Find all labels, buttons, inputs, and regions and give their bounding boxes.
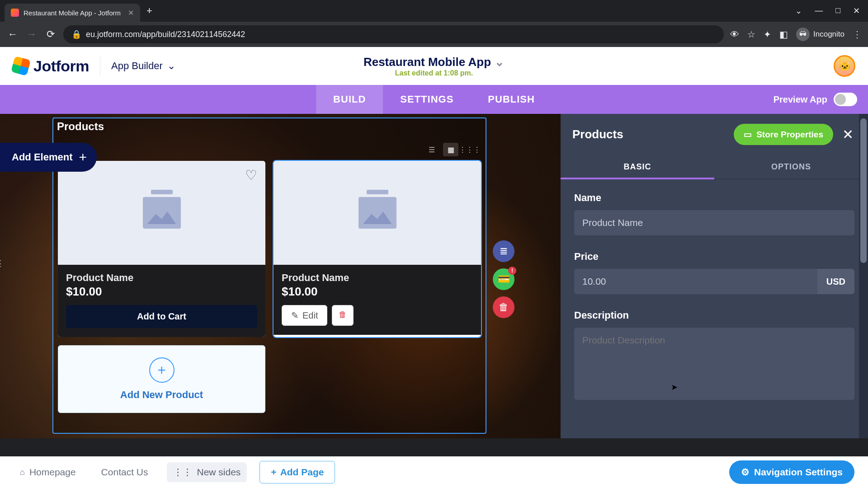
delete-element-button[interactable]: 🗑 bbox=[493, 296, 514, 318]
properties-header: Products ▭ Store Properties ✕ bbox=[561, 114, 868, 155]
maximize-icon[interactable]: □ bbox=[835, 6, 840, 16]
preview-toggle-wrap: Preview App bbox=[774, 93, 868, 106]
url-field[interactable]: 🔒 eu.jotform.com/app/build/2314021145624… bbox=[63, 25, 724, 43]
title-center: Restaurant Mobile App ⌄ Last edited at 1… bbox=[363, 55, 505, 77]
divider bbox=[100, 56, 100, 76]
last-edited: Last edited at 1:08 pm. bbox=[363, 69, 505, 77]
trash-icon: 🗑 bbox=[499, 301, 509, 313]
alert-badge: ! bbox=[508, 267, 516, 275]
layout-switch: ☰ ▦ ⋮⋮⋮ bbox=[424, 143, 477, 156]
product-image-placeholder bbox=[274, 161, 481, 265]
close-tab-icon[interactable]: ✕ bbox=[128, 9, 134, 17]
avatar[interactable]: 🐱 bbox=[834, 55, 855, 77]
tab-build[interactable]: BUILD bbox=[316, 85, 383, 114]
heart-icon[interactable]: ♡ bbox=[245, 167, 257, 183]
tab-options[interactable]: OPTIONS bbox=[714, 155, 868, 179]
products-canvas[interactable]: Products ☰ ▦ ⋮⋮⋮ ♡ Product Name $10.00 A… bbox=[52, 117, 486, 434]
scrollbar-thumb[interactable] bbox=[860, 118, 867, 263]
favicon-icon bbox=[11, 9, 19, 17]
product-card[interactable]: Product Name $10.00 ✎ Edit 🗑 bbox=[274, 161, 481, 337]
name-label: Name bbox=[574, 192, 854, 204]
trash-icon: 🗑 bbox=[339, 310, 347, 319]
jotform-logo[interactable]: Jotform bbox=[13, 57, 89, 75]
delete-button[interactable]: 🗑 bbox=[332, 305, 354, 326]
page-new-sides[interactable]: ⋮⋮ New sides bbox=[167, 462, 247, 482]
new-tab-button[interactable]: + bbox=[146, 5, 152, 17]
list-settings-button[interactable]: ≣ bbox=[493, 240, 514, 262]
layout-grid2-icon[interactable]: ▦ bbox=[443, 143, 458, 156]
home-icon: ⌂ bbox=[20, 468, 25, 477]
properties-panel: Products ▭ Store Properties ✕ BASIC OPTI… bbox=[561, 114, 868, 438]
page-homepage[interactable]: ⌂ Homepage bbox=[14, 462, 82, 482]
app-header: Jotform App Builder ⌄ Restaurant Mobile … bbox=[0, 47, 868, 85]
payment-settings-button[interactable]: 💳 ! bbox=[493, 268, 514, 290]
panel-scrollbar[interactable] bbox=[859, 114, 868, 438]
plus-circle-icon: + bbox=[149, 357, 175, 383]
field-name: Name bbox=[574, 192, 854, 235]
add-to-cart-button[interactable]: Add to Cart bbox=[66, 305, 257, 328]
app-builder-dropdown[interactable]: App Builder ⌄ bbox=[111, 60, 175, 72]
drag-dots-icon: ⋮⋮ bbox=[173, 467, 192, 478]
browser-tab[interactable]: Restaurant Mobile App - Jotform ✕ bbox=[5, 4, 140, 22]
logo-icon bbox=[11, 56, 31, 76]
star-icon[interactable]: ☆ bbox=[747, 29, 755, 40]
url-text: eu.jotform.com/app/build/231402114562442 bbox=[86, 30, 245, 39]
properties-tabs: BASIC OPTIONS bbox=[561, 155, 868, 179]
forward-icon[interactable]: → bbox=[25, 28, 38, 40]
plus-icon: + bbox=[271, 467, 276, 478]
mode-bar: BUILD SETTINGS PUBLISH Preview App bbox=[0, 85, 868, 114]
logo-text: Jotform bbox=[33, 57, 89, 75]
add-new-product-card[interactable]: + Add New Product bbox=[58, 345, 265, 413]
edit-button[interactable]: ✎ Edit bbox=[282, 305, 327, 326]
description-label: Description bbox=[574, 310, 854, 321]
product-body: Product Name $10.00 Add to Cart bbox=[58, 265, 265, 337]
canvas-title: Products bbox=[55, 117, 104, 136]
image-placeholder-icon bbox=[359, 197, 396, 229]
incognito-badge: 🕶 Incognito bbox=[796, 28, 844, 41]
add-new-label: Add New Product bbox=[120, 389, 203, 401]
add-page-button[interactable]: + Add Page bbox=[259, 461, 335, 483]
name-input[interactable] bbox=[574, 210, 854, 235]
product-price: $10.00 bbox=[66, 285, 257, 299]
close-panel-icon[interactable]: ✕ bbox=[840, 127, 856, 142]
kebab-menu-icon[interactable]: ⋮ bbox=[853, 29, 862, 40]
tab-title: Restaurant Mobile App - Jotform bbox=[24, 9, 121, 17]
navigation-settings-button[interactable]: ⚙ Navigation Settings bbox=[729, 460, 854, 484]
extensions-icon[interactable]: ✦ bbox=[764, 29, 771, 40]
preview-toggle[interactable] bbox=[834, 93, 857, 106]
incognito-icon: 🕶 bbox=[796, 28, 810, 41]
layout-list-icon[interactable]: ☰ bbox=[424, 143, 439, 156]
plus-icon: + bbox=[79, 150, 87, 165]
layout-grid3-icon[interactable]: ⋮⋮⋮ bbox=[462, 143, 477, 156]
page-contact[interactable]: Contact Us bbox=[95, 462, 155, 482]
eye-off-icon[interactable]: 👁 bbox=[730, 29, 739, 40]
add-element-button[interactable]: Add Element + bbox=[0, 143, 97, 172]
panel-icon[interactable]: ◧ bbox=[779, 29, 788, 40]
description-input[interactable] bbox=[574, 328, 854, 400]
image-placeholder-icon bbox=[143, 197, 181, 229]
product-card[interactable]: ♡ Product Name $10.00 Add to Cart bbox=[58, 161, 265, 337]
card-icon: 💳 bbox=[498, 273, 510, 285]
gear-icon: ⚙ bbox=[741, 467, 750, 478]
app-title[interactable]: Restaurant Mobile App ⌄ bbox=[363, 55, 505, 69]
currency-label[interactable]: USD bbox=[817, 269, 854, 294]
chevron-down-icon[interactable]: ⌄ bbox=[795, 6, 802, 16]
builder-area: Add Element + ⋮⋮ Products ☰ ▦ ⋮⋮⋮ ♡ Prod… bbox=[0, 114, 868, 438]
tab-publish[interactable]: PUBLISH bbox=[471, 85, 552, 114]
list-icon: ≣ bbox=[500, 245, 508, 257]
store-icon: ▭ bbox=[744, 129, 752, 140]
tab-basic[interactable]: BASIC bbox=[561, 155, 714, 179]
browser-chrome: Restaurant Mobile App - Jotform ✕ + ⌄ ― … bbox=[0, 0, 868, 47]
properties-body: Name Price USD Description bbox=[561, 179, 868, 430]
pencil-icon: ✎ bbox=[291, 310, 299, 321]
drag-handle-icon[interactable]: ⋮⋮ bbox=[0, 258, 6, 268]
minimize-icon[interactable]: ― bbox=[815, 6, 823, 16]
back-icon[interactable]: ← bbox=[6, 28, 19, 40]
price-input[interactable] bbox=[574, 269, 817, 294]
close-window-icon[interactable]: ✕ bbox=[853, 6, 860, 16]
store-properties-button[interactable]: ▭ Store Properties bbox=[734, 124, 833, 145]
tab-settings[interactable]: SETTINGS bbox=[383, 85, 471, 114]
reload-icon[interactable]: ⟳ bbox=[44, 28, 57, 40]
product-image-placeholder: ♡ bbox=[58, 161, 265, 265]
preview-label: Preview App bbox=[774, 94, 827, 105]
